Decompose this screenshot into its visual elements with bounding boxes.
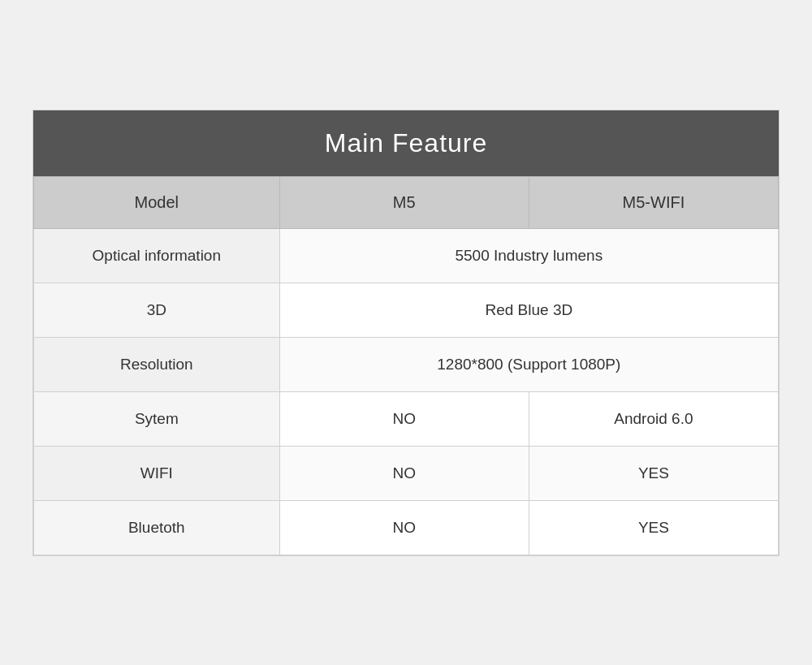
table-row: Resolution1280*800 (Support 1080P) bbox=[34, 337, 779, 391]
cell-m5-4: NO bbox=[279, 446, 529, 500]
cell-feature-0: Optical information bbox=[34, 228, 280, 283]
table-row: 3DRed Blue 3D bbox=[34, 283, 779, 337]
cell-value-1: Red Blue 3D bbox=[279, 283, 778, 337]
cell-feature-1: 3D bbox=[34, 283, 280, 337]
table-row: WIFINOYES bbox=[34, 446, 779, 500]
cell-feature-4: WIFI bbox=[34, 446, 280, 500]
cell-m5-3: NO bbox=[279, 391, 529, 446]
table-row: SytemNOAndroid 6.0 bbox=[34, 391, 779, 446]
cell-m5wifi-5: YES bbox=[529, 500, 778, 555]
cell-m5wifi-4: YES bbox=[529, 446, 778, 500]
col-header-m5: M5 bbox=[279, 176, 529, 228]
cell-feature-5: Bluetoth bbox=[34, 500, 280, 555]
table-body: Optical information5500 Industry lumens3… bbox=[34, 228, 779, 555]
table-title: Main Feature bbox=[33, 110, 779, 176]
cell-value-2: 1280*800 (Support 1080P) bbox=[279, 337, 778, 391]
cell-value-0: 5500 Industry lumens bbox=[279, 228, 778, 283]
main-container: Main Feature Model M5 M5-WIFI Optical in… bbox=[32, 110, 780, 556]
col-header-m5wifi: M5-WIFI bbox=[529, 176, 778, 228]
table-header-row: Model M5 M5-WIFI bbox=[34, 176, 779, 228]
cell-feature-2: Resolution bbox=[34, 337, 280, 391]
feature-table: Model M5 M5-WIFI Optical information5500… bbox=[33, 176, 779, 555]
cell-m5wifi-3: Android 6.0 bbox=[529, 391, 778, 446]
table-row: BluetothNOYES bbox=[34, 500, 779, 555]
cell-m5-5: NO bbox=[279, 500, 529, 555]
table-row: Optical information5500 Industry lumens bbox=[34, 228, 779, 283]
col-header-feature: Model bbox=[34, 176, 280, 228]
cell-feature-3: Sytem bbox=[34, 391, 280, 446]
